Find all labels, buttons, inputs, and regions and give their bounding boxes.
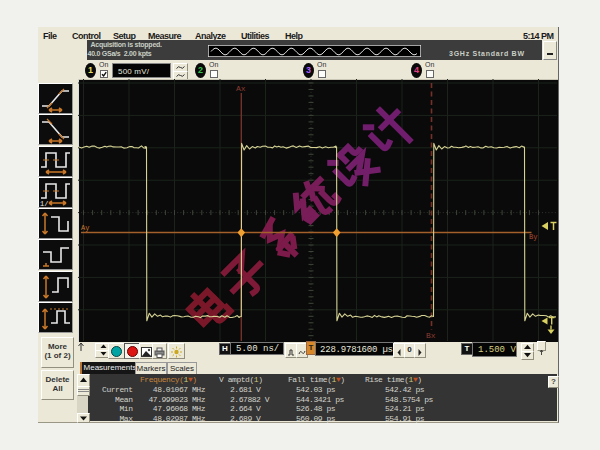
svg-text:Ay: Ay [81, 224, 89, 232]
svg-text:Ax: Ax [236, 84, 246, 93]
svg-text:Bx: Bx [426, 331, 436, 340]
svg-text:1/: 1/ [40, 200, 48, 207]
svg-text:By: By [529, 233, 537, 241]
